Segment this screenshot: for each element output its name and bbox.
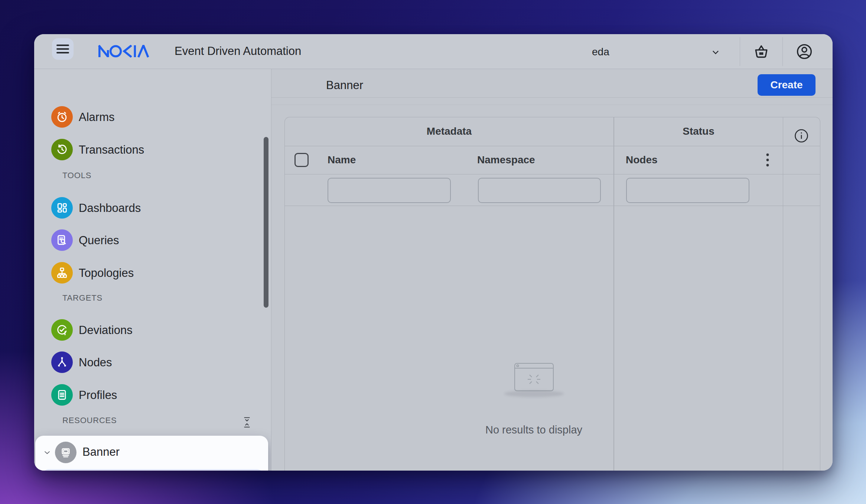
collapse-vertical-icon (241, 416, 253, 429)
sidebar-item-label: Dashboards (79, 202, 141, 215)
sidebar-item-deviations[interactable]: Deviations (34, 314, 264, 346)
info-icon (793, 128, 810, 144)
empty-state-text: No results to display (285, 424, 783, 436)
section-label-targets: TARGETS (62, 293, 102, 304)
hamburger-menu-button[interactable] (52, 38, 74, 60)
tree-group-label: Banner (82, 445, 120, 459)
tree-group-banner[interactable]: Banner (35, 439, 268, 468)
sidebar-item-profiles[interactable]: Profiles (34, 379, 264, 411)
header-divider (782, 37, 783, 66)
sidebar-nav: Alarms Transactions TOOLS Dashboards (34, 69, 271, 471)
empty-window-icon (285, 362, 783, 393)
top-header: Event Driven Automation eda (34, 34, 833, 69)
page-title: Banner (326, 79, 363, 92)
user-profile-icon (795, 42, 814, 61)
header-divider (740, 37, 740, 66)
nodes-filter-input[interactable] (626, 178, 749, 203)
empty-icon-shadow (504, 390, 564, 397)
sidebar-item-dashboards[interactable]: Dashboards (34, 192, 264, 224)
nokia-logo (98, 45, 150, 58)
name-filter-input[interactable] (328, 178, 451, 203)
kebab-menu-icon (766, 153, 769, 167)
app-window: Event Driven Automation eda (34, 34, 833, 471)
namespace-filter-input[interactable] (478, 178, 601, 203)
basket-button[interactable] (751, 42, 771, 62)
select-all-checkbox[interactable] (294, 153, 309, 167)
sidebar-item-label: Transactions (79, 143, 144, 157)
sidebar-item-queries[interactable]: Queries (34, 224, 264, 256)
column-header-nodes[interactable]: Nodes (626, 154, 658, 166)
topology-icon (51, 262, 73, 284)
column-header-name[interactable]: Name (328, 154, 356, 166)
resource-table: Metadata Status Name Namespace Nodes (284, 117, 820, 471)
empty-state: No results to display (285, 362, 783, 436)
history-icon (51, 139, 73, 160)
chevron-down-icon (708, 46, 723, 59)
sidebar-item-label: Topologies (79, 266, 134, 280)
profile-doc-icon (51, 384, 73, 406)
row-divider (285, 206, 820, 206)
page-header: Banner Create (271, 69, 833, 98)
info-button[interactable] (793, 128, 810, 144)
profile-button[interactable] (794, 42, 814, 62)
nokia-logo-icon (98, 45, 150, 58)
sidebar-item-topologies[interactable]: Topologies (34, 256, 264, 289)
section-label-tools: TOOLS (62, 171, 91, 182)
sidebar-item-label: Profiles (79, 389, 117, 402)
check-circle-icon (51, 319, 73, 341)
query-document-icon (51, 229, 73, 251)
main-content: Banner Create Metadata Status (271, 69, 833, 471)
chevron-expanded-icon (42, 448, 53, 457)
column-menu-button[interactable] (763, 151, 772, 168)
sidebar-item-label: Alarms (79, 111, 114, 124)
sidebar-item-alarms[interactable]: Alarms (34, 101, 264, 133)
sidebar-item-transactions[interactable]: Transactions (34, 133, 264, 166)
create-button[interactable]: Create (758, 74, 815, 96)
tree-item-banner[interactable]: B Banner (43, 469, 263, 471)
column-header-namespace[interactable]: Namespace (477, 154, 535, 166)
sidebar-item-label: Deviations (79, 324, 133, 337)
banner-group-icon (55, 442, 76, 463)
group-header-metadata: Metadata (285, 125, 613, 137)
namespace-selector[interactable]: eda (576, 37, 736, 66)
sidebar-scrollbar[interactable] (264, 137, 268, 308)
namespace-value: eda (592, 46, 609, 58)
network-nodes-icon (51, 351, 73, 373)
desktop-background: Event Driven Automation eda (0, 0, 866, 504)
basket-icon (752, 43, 770, 60)
collapse-all-button[interactable] (241, 416, 253, 429)
column-divider (783, 117, 783, 471)
group-header-status: Status (614, 125, 783, 137)
sidebar-item-label: Nodes (79, 356, 112, 369)
row-divider (285, 146, 820, 146)
banner-resource-card: Banner B Banner (35, 436, 268, 471)
dashboard-icon (51, 197, 73, 219)
app-title: Event Driven Automation (175, 45, 301, 58)
row-divider (285, 174, 820, 174)
alarm-clock-icon (51, 106, 73, 128)
toolbar-divider (271, 105, 833, 105)
sidebar-item-label: Queries (79, 234, 119, 247)
sidebar-item-nodes[interactable]: Nodes (34, 346, 264, 379)
section-label-resources: RESOURCES (62, 416, 117, 427)
